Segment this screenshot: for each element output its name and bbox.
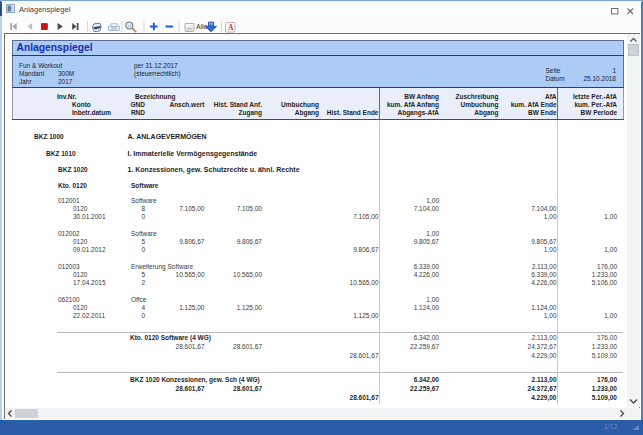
svg-text:A: A [228, 22, 234, 31]
